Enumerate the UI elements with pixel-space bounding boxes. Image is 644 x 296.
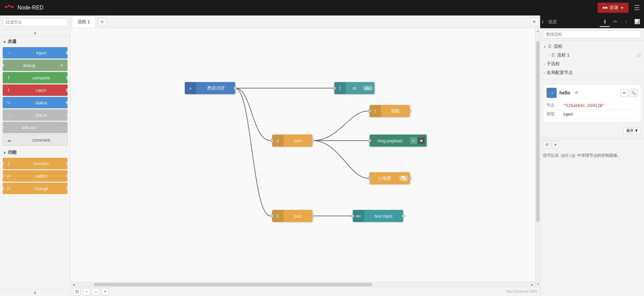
- node-info-name: hello: [559, 90, 570, 96]
- info-search-input[interactable]: [543, 30, 641, 38]
- canvas-scroll-right-arrow[interactable]: ▶: [530, 282, 534, 287]
- right-tab-info[interactable]: ℹ: [600, 17, 610, 27]
- msgpayload-label: msg.payload: [370, 138, 410, 143]
- linkin-label: link in: [15, 113, 68, 118]
- flow1-chevron: ›: [548, 53, 549, 57]
- tab-add-button[interactable]: +: [98, 17, 106, 26]
- expand-button[interactable]: 展开 ▼: [623, 127, 641, 134]
- canvas-scrollbar-horizontal[interactable]: ◀ ▶: [71, 282, 535, 287]
- linkin-port-right: [66, 113, 68, 117]
- ecg-port-right: [408, 177, 412, 180]
- flow-tab-1[interactable]: 流程 1: [72, 16, 96, 28]
- tree-item-flows[interactable]: ∨ ☰ 流程: [540, 42, 644, 51]
- canvas-node-hi[interactable]: f hi abc: [334, 82, 375, 94]
- sidebar-search-input[interactable]: [3, 18, 68, 26]
- sidebar-node-complete[interactable]: ! complete: [3, 72, 68, 83]
- sidebar-section-function[interactable]: ∨ 功能: [0, 147, 70, 157]
- canvas-node-textinput[interactable]: abc text input: [353, 210, 403, 222]
- complete-icon: !: [3, 72, 15, 83]
- sidebar-section-common[interactable]: ∨ 共通: [0, 36, 70, 46]
- node-info-search-btn[interactable]: 🔍: [630, 89, 638, 97]
- sidebar-scroll-up-arrow[interactable]: ▲: [33, 30, 37, 35]
- comment-label: comment: [15, 138, 67, 143]
- sidebar-node-status[interactable]: ∿ status: [3, 97, 68, 108]
- canvas-node-json1[interactable]: {} json: [272, 135, 312, 147]
- node-info-type-val: inject: [563, 112, 573, 117]
- canvas-zoom-in-button[interactable]: +: [101, 288, 109, 295]
- hanshu-label: 函数: [381, 108, 410, 114]
- json1-label: json: [284, 138, 312, 143]
- conn-datamsg-json1: [235, 88, 270, 141]
- tree-item-global-config[interactable]: › 全局配置节点: [540, 68, 644, 77]
- change-label: change: [15, 186, 68, 191]
- canvas-node-ecg[interactable]: 心电图 📈: [370, 172, 410, 184]
- hi-badge: abc: [363, 86, 373, 90]
- json1-port-left: [270, 139, 274, 142]
- flows-folder-icon: ☰: [548, 44, 552, 49]
- sidebar-node-linkin[interactable]: → link in: [3, 109, 68, 121]
- app-title: Node-RED: [17, 5, 43, 11]
- sidebar-node-debug[interactable]: debug ≡: [3, 60, 68, 71]
- datamsg-port-right: [233, 86, 237, 90]
- sidebar-node-catch[interactable]: ! catch: [3, 84, 68, 96]
- right-tab-export[interactable]: ↑: [621, 17, 631, 27]
- json2-port-right: [311, 214, 314, 218]
- sidebar-node-comment[interactable]: ☁ comment: [3, 134, 68, 146]
- svg-rect-1: [8, 5, 10, 7]
- hanshu-port-left: [368, 109, 371, 113]
- debug-info-area: 您可以在 alt-⇧p 中管理节点的控制面板。: [540, 150, 644, 161]
- inject-port-right: [66, 51, 68, 54]
- right-tab-edit[interactable]: ✏: [610, 17, 620, 27]
- msgpayload-square-btn[interactable]: ■: [418, 137, 425, 144]
- info-search-area: [540, 28, 644, 41]
- sidebar-scroll-down-arrow[interactable]: ▼: [33, 291, 37, 295]
- sidebar-node-linkout[interactable]: link out →: [3, 122, 68, 133]
- canvas-fit-button[interactable]: ⊡: [73, 288, 81, 295]
- ecg-chart-icon: 📈: [399, 176, 408, 181]
- connections-layer: [71, 28, 540, 287]
- canvas-node-json2[interactable]: {} json: [272, 210, 312, 222]
- msgpayload-list-btn[interactable]: ≡: [410, 137, 417, 144]
- main-layout: ▲ ∨ 共通 → inject debug ≡ ! comp: [0, 15, 644, 296]
- linkout-label: link out: [3, 125, 55, 130]
- json1-icon: {}: [272, 135, 284, 147]
- canvas-node-datamsg[interactable]: » 数据消息: [185, 82, 235, 94]
- svg-rect-2: [11, 6, 14, 8]
- node-info-card: → hello ↺ ✏ 🔍 节点 "526ab64c.b59128" 类型 in…: [543, 84, 641, 122]
- canvas-bottom-right: http://localhost:1880/: [506, 290, 537, 293]
- canvas-node-msgpayload[interactable]: msg.payload ≡ ■: [370, 135, 427, 147]
- json2-label: json: [284, 214, 312, 219]
- sidebar-node-inject[interactable]: → inject: [3, 47, 68, 59]
- catch-icon: !: [3, 84, 15, 96]
- node-info-refresh-icon[interactable]: ↺: [574, 90, 578, 95]
- debug-close-btn[interactable]: ✕: [552, 141, 559, 148]
- tree-item-flow1[interactable]: › ☰ 流程 1: [540, 51, 644, 60]
- node-info-edit-btn[interactable]: ✏: [620, 89, 628, 97]
- tree-item-subflow[interactable]: › 子流程: [540, 60, 644, 68]
- common-section-chevron: ∨: [3, 40, 6, 44]
- canvas-scroll-bottom-arrow[interactable]: ▼: [536, 282, 540, 286]
- status-icon: ∿: [3, 97, 15, 108]
- tab-menu-button[interactable]: ≡: [530, 17, 539, 26]
- flow-canvas[interactable]: » 数据消息 f hi abc f 函数 {} j: [71, 28, 540, 287]
- right-tab-chart[interactable]: 📊: [632, 17, 642, 27]
- hamburger-menu-icon[interactable]: ☰: [634, 4, 640, 12]
- textinput-port-right: [401, 214, 405, 218]
- inject-label: inject: [15, 50, 68, 56]
- canvas-zoom-reset-button[interactable]: ○: [92, 288, 99, 295]
- json2-icon: {}: [272, 210, 284, 222]
- canvas-node-hanshu[interactable]: f 函数: [370, 105, 410, 117]
- sidebar-node-change[interactable]: ⇄ change: [3, 183, 68, 194]
- deploy-button[interactable]: 部署 ▼: [598, 3, 629, 13]
- canvas-zoom-out-button[interactable]: −: [83, 288, 90, 295]
- textinput-label: text input: [364, 214, 403, 219]
- debug-refresh-btn[interactable]: ↺: [543, 141, 550, 148]
- canvas-scroll-left-arrow[interactable]: ◀: [71, 282, 76, 287]
- canvas-scroll-top-arrow[interactable]: ▲: [536, 29, 540, 33]
- logo: Node-RED: [4, 4, 43, 11]
- sidebar-node-switch[interactable]: ⇄ switch: [3, 170, 68, 182]
- debug-label: debug: [3, 63, 55, 68]
- switch-port-right: [66, 174, 68, 178]
- sidebar-node-function[interactable]: f function: [3, 158, 68, 169]
- canvas-scrollbar-vertical[interactable]: ▲ ▼: [535, 28, 540, 287]
